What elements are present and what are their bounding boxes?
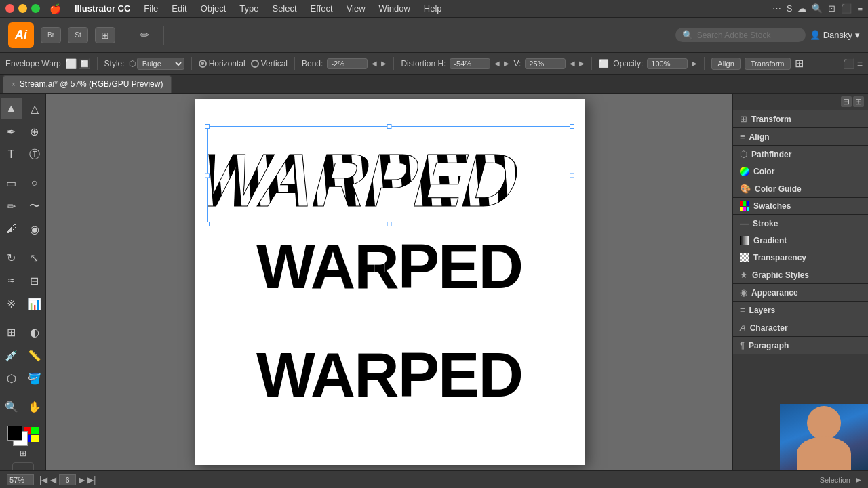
smooth-tool[interactable]: 〜 [24, 195, 45, 217]
minimize-button[interactable] [18, 4, 27, 13]
panel-collapse-all-btn[interactable]: ⊟ [841, 96, 852, 107]
switch-icon[interactable]: ⬛ [841, 3, 852, 14]
close-button[interactable] [5, 4, 14, 13]
column-graph-tool[interactable]: 📊 [24, 293, 45, 314]
handle-bl[interactable] [205, 222, 210, 226]
menu-view[interactable]: View [341, 2, 371, 15]
vertical-radio[interactable]: Vertical [251, 59, 288, 68]
tab-close-icon[interactable]: × [12, 81, 16, 88]
menu-edit[interactable]: Edit [166, 2, 192, 15]
panel-color-guide[interactable]: 🎨 Color Guide [733, 180, 868, 198]
panel-options-icon[interactable]: ≡ [857, 58, 863, 69]
rotate-tool[interactable]: ↻ [1, 247, 22, 268]
menu-help[interactable]: Help [418, 2, 448, 15]
rectangle-tool[interactable]: ▭ [1, 172, 22, 194]
handle-tl[interactable] [205, 124, 210, 129]
menu-select[interactable]: Select [267, 2, 302, 15]
maximize-button[interactable] [31, 4, 40, 13]
search-stock-input[interactable] [697, 30, 799, 40]
bend-input[interactable] [327, 58, 368, 69]
handle-br[interactable] [570, 222, 574, 226]
type-tool[interactable]: T [1, 144, 22, 165]
measure-tool[interactable]: 📏 [24, 344, 45, 366]
warp-handles-icon[interactable]: ⊞ [795, 57, 804, 70]
panel-transform[interactable]: ⊞ Transform [733, 110, 868, 128]
distortion-v-input[interactable] [525, 58, 566, 69]
dist-h-right-arrow[interactable]: ▶ [504, 60, 509, 67]
panel-layers[interactable]: ≡ Layers [733, 302, 868, 319]
scale-tool[interactable]: ⤡ [24, 247, 45, 268]
hand-tool[interactable]: ✋ [24, 396, 45, 418]
user-dropdown-icon[interactable]: ▾ [855, 30, 860, 40]
live-paint-tool[interactable]: 🪣 [24, 367, 45, 389]
draw-tool-icon[interactable]: ✏ [135, 26, 154, 45]
panel-transparency[interactable]: Transparency [733, 249, 868, 266]
menu-window[interactable]: Window [374, 2, 416, 15]
page-number-input[interactable] [59, 474, 76, 485]
style-select[interactable]: Bulge Arc Flag [137, 58, 184, 70]
panel-appearance[interactable]: ◉ Appearance [733, 284, 868, 302]
menu-extra-icon[interactable]: ≡ [857, 3, 863, 14]
extra-tool-1[interactable]: ⊞ [16, 446, 31, 461]
artboards-icon[interactable]: ▭ [12, 462, 34, 470]
opacity-input[interactable] [647, 58, 688, 69]
align-button[interactable]: Align [711, 58, 740, 70]
canvas-background[interactable]: WARPED WARPED WARPED [46, 94, 732, 470]
page-first-btn[interactable]: |◀ [39, 475, 47, 485]
skype-icon[interactable]: S [787, 3, 793, 14]
ellipse-tool[interactable]: ○ [24, 172, 45, 194]
menu-effect[interactable]: Effect [305, 2, 338, 15]
finder-icon[interactable]: ⊡ [828, 3, 835, 14]
panel-graphic-styles[interactable]: ★ Graphic Styles [733, 266, 868, 284]
menu-object[interactable]: Object [195, 2, 232, 15]
menu-file[interactable]: File [138, 2, 163, 15]
zoom-tool[interactable]: 🔍 [1, 396, 22, 418]
handle-mr[interactable] [570, 173, 574, 178]
page-prev-btn[interactable]: ◀ [50, 475, 56, 485]
app-name-menu[interactable]: Illustrator CC [69, 2, 136, 15]
distortion-h-input[interactable] [450, 58, 490, 69]
warp-tool[interactable]: ≈ [1, 270, 22, 291]
panel-color[interactable]: Color [733, 163, 868, 180]
pen-tool[interactable]: ✒ [1, 121, 22, 142]
panel-gradient[interactable]: Gradient [733, 232, 868, 249]
stock-button[interactable]: St [68, 27, 88, 43]
bend-left-arrow[interactable]: ◀ [372, 60, 377, 67]
dist-v-right-arrow[interactable]: ▶ [579, 60, 585, 67]
horizontal-radio[interactable]: Horizontal [199, 59, 245, 68]
zoom-input[interactable] [7, 474, 34, 485]
warped-text-container[interactable]: WARPED WARPED WARPED [207, 126, 572, 224]
handle-bc[interactable] [387, 222, 392, 226]
handle-tr[interactable] [570, 124, 574, 129]
panel-pathfinder[interactable]: ⬡ Pathfinder [733, 146, 868, 163]
panel-paragraph[interactable]: ¶ Paragraph [733, 337, 868, 354]
dist-h-left-arrow[interactable]: ◀ [494, 60, 500, 67]
mesh-tool[interactable]: ⊞ [1, 321, 22, 343]
notification-icon[interactable]: ⋯ [772, 3, 781, 14]
status-arrow-icon[interactable]: ▶ [856, 476, 861, 483]
search-icon[interactable]: 🔍 [812, 3, 823, 14]
panel-swatches[interactable]: Swatches [733, 198, 868, 215]
creative-cloud-icon[interactable]: ☁ [797, 3, 806, 14]
add-anchor-tool[interactable]: ⊕ [24, 121, 45, 142]
page-next-btn[interactable]: ▶ [79, 475, 85, 485]
library-button[interactable]: ⊞ [95, 27, 115, 43]
panel-dock-btn[interactable]: ⊞ [853, 96, 864, 107]
touch-type-tool[interactable]: Ⓣ [24, 144, 45, 165]
gradient-tool[interactable]: ◐ [24, 321, 45, 343]
opacity-arrow[interactable]: ▶ [692, 60, 697, 67]
panel-character[interactable]: A Character [733, 319, 868, 337]
bend-right-arrow[interactable]: ▶ [381, 60, 387, 67]
active-tab[interactable]: × Stream.ai* @ 57% (RGB/GPU Preview) [3, 75, 172, 93]
pencil-tool[interactable]: ✏ [1, 195, 22, 217]
panel-align[interactable]: ≡ Align [733, 128, 868, 146]
bridge-button[interactable]: Br [41, 27, 61, 43]
eyedropper-tool[interactable]: 💉 [1, 344, 22, 366]
page-last-btn[interactable]: ▶| [87, 475, 96, 485]
user-menu[interactable]: 👤 Dansky ▾ [810, 30, 860, 40]
selection-tool[interactable]: ▲ [1, 98, 22, 119]
blend-tool[interactable]: ⬡ [1, 367, 22, 389]
menu-type[interactable]: Type [234, 2, 264, 15]
handle-ml[interactable] [205, 173, 210, 178]
foreground-swatch[interactable] [7, 426, 22, 441]
